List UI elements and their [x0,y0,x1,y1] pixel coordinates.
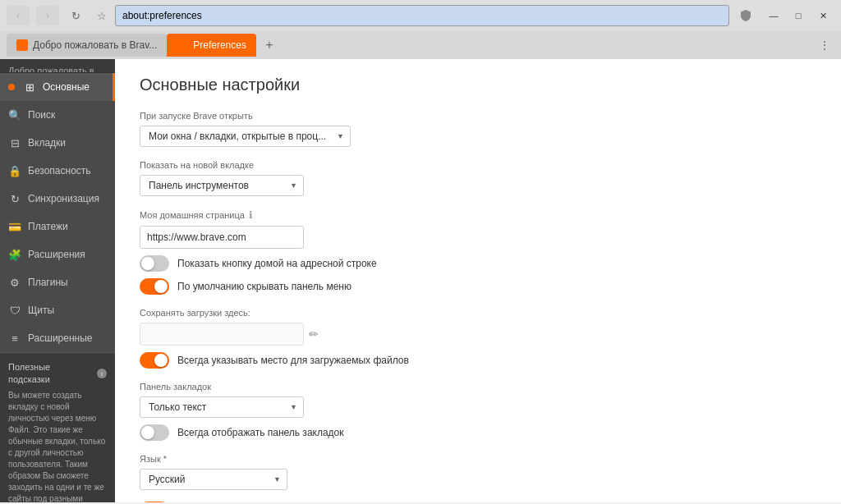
tips-text: Вы можете создать вкладку с новой личнос… [8,390,107,502]
sidebar-item-search[interactable]: 🔍 Поиск [0,101,115,129]
sidebar-item-tabs[interactable]: ⊟ Вкладки [0,129,115,157]
language-select[interactable]: РусскийEnglish (US)Deutsch [140,469,287,490]
downloads-input[interactable] [140,323,304,346]
hide-menu-toggle[interactable] [140,278,169,295]
advanced-icon: ≡ [8,332,21,345]
sidebar-item-label-tabs: Вкладки [28,137,66,149]
downloads-row: ✏ [140,323,816,346]
main-layout: Добро пожаловать в Brav... ⊞ Основные 🔍 … [0,59,841,502]
sidebar-item-plugins[interactable]: ⚙ Плагины [0,268,115,296]
newtab-select-wrapper: Панель инструментовПустая страница [140,175,304,196]
downloads-label: Сохранять загрузки здесь: [140,308,816,318]
tab-menu-button[interactable]: ⋮ [815,35,834,55]
sidebar-item-payments[interactable]: 💳 Платежи [0,213,115,241]
newtab-select[interactable]: Панель инструментовПустая страница [140,175,304,196]
homepage-label: Моя домашняя страница [140,210,245,220]
sidebar-item-label-advanced: Расширенные [28,332,93,344]
sidebar-item-label-sync: Синхронизация [28,193,99,204]
startup-select-wrapper: Мои окна / вкладки, открытые в проц...От… [140,126,351,147]
bookmarks-label: Панель закладок [140,382,816,392]
sidebar-item-label-search: Поиск [28,109,55,121]
sidebar-tips: Полезные подсказки i Вы можете создать в… [0,352,115,502]
payments-icon: 💳 [8,220,21,233]
always-ask-toggle[interactable] [140,352,169,369]
language-label: Язык * [140,454,816,464]
refresh-button[interactable]: ↻ [66,6,85,25]
show-bookmarks-label: Всегда отображать панель закладок [177,427,344,438]
extensions-icon: 🧩 [8,248,21,261]
window-controls: — □ ✕ [762,7,834,25]
bookmarks-select-wrapper: Только текстИконки и текстСкрыть [140,396,304,418]
sidebar-item-shields[interactable]: 🛡 Щиты [0,296,115,324]
sidebar-item-label-shields: Щиты [28,305,54,316]
newtab-label: Показать на новой вкладке [140,160,816,170]
content-area: Основные настройки При запуске Brave отк… [115,59,841,502]
show-home-btn-row: Показать кнопку домой на адресной строке [140,255,816,272]
tab-favicon-preferences [177,39,188,51]
bookmarks-select[interactable]: Только текстИконки и текстСкрыть [140,396,304,418]
plugins-icon: ⚙ [8,276,21,289]
tips-info-icon: i [97,369,107,378]
sidebar-item-security[interactable]: 🔒 Безопасность [0,157,115,185]
always-ask-label: Всегда указывать место для загружаемых ф… [177,355,409,366]
address-input[interactable] [115,5,729,26]
active-indicator [8,84,15,90]
tab-item-preferences[interactable]: Preferences [167,34,256,57]
search-icon: 🔍 [8,108,21,121]
sidebar-item-label-payments: Платежи [28,221,68,232]
back-button[interactable]: ‹ [7,6,30,25]
edit-icon[interactable]: ✏ [309,328,319,341]
tab-item-welcome[interactable]: Добро пожаловать в Brav... [7,34,167,57]
star-button[interactable]: ☆ [92,6,112,25]
sidebar-tips-title-text: Полезные подсказки [8,361,94,387]
security-icon: 🔒 [8,164,21,177]
tab-favicon-welcome [16,39,28,51]
sidebar-header: Добро пожаловать в Brav... [0,59,115,73]
startup-label: При запуске Brave открыть [140,111,816,121]
sidebar-item-extensions[interactable]: 🧩 Расширения [0,241,115,268]
sidebar-item-label-basic: Основные [43,81,90,93]
sidebar-item-label-security: Безопасность [28,165,91,176]
spell-check-toggle[interactable] [140,502,169,502]
show-bookmarks-toggle[interactable] [140,424,169,441]
tab-label-preferences: Preferences [193,39,246,51]
forward-button[interactable]: › [36,6,59,25]
always-ask-row: Всегда указывать место для загружаемых ф… [140,352,816,369]
sidebar: Добро пожаловать в Brav... ⊞ Основные 🔍 … [0,59,115,502]
tab-label-welcome: Добро пожаловать в Brav... [33,39,157,51]
tabs-icon: ⊟ [8,136,21,149]
startup-select[interactable]: Мои окна / вкладки, открытые в проц...От… [140,126,351,147]
show-home-btn-toggle[interactable] [140,255,169,272]
sidebar-item-sync[interactable]: ↻ Синхронизация [0,185,115,213]
sidebar-item-basic[interactable]: ⊞ Основные [0,73,115,101]
homepage-input[interactable] [140,226,304,249]
sidebar-item-label-plugins: Плагины [28,277,68,288]
homepage-info-icon: ℹ [249,209,253,221]
spell-check-row: Enable Spell Check * [140,502,816,502]
new-tab-button[interactable]: + [260,35,279,55]
show-home-btn-label: Показать кнопку домой на адресной строке [177,258,377,269]
tips-title: Полезные подсказки i [8,361,107,387]
hide-menu-label: По умолчанию скрывать панель меню [177,281,352,292]
maximize-button[interactable]: □ [787,7,810,25]
address-bar-container: ☆ [92,5,729,26]
hide-menu-row: По умолчанию скрывать панель меню [140,278,816,295]
homepage-label-row: Моя домашняя страница ℹ [140,209,816,221]
minimize-button[interactable]: — [762,7,785,25]
close-button[interactable]: ✕ [811,7,834,25]
language-select-wrapper: РусскийEnglish (US)Deutsch [140,469,287,490]
tab-bar: Добро пожаловать в Brav... Preferences +… [0,31,841,59]
sidebar-item-advanced[interactable]: ≡ Расширенные [0,324,115,352]
shield-icon [736,6,756,25]
sync-icon: ↻ [8,192,21,205]
page-title: Основные настройки [140,76,816,94]
nav-controls: ‹ › ↻ [7,6,85,25]
browser-chrome: ‹ › ↻ ☆ — □ ✕ Добро пожаловать в Brav...… [0,0,841,59]
show-bookmarks-row: Всегда отображать панель закладок [140,424,816,441]
sidebar-item-label-extensions: Расширения [28,249,85,260]
basic-icon: ⊞ [23,80,36,94]
shields-icon: 🛡 [8,304,21,317]
title-bar: ‹ › ↻ ☆ — □ ✕ [0,0,841,31]
